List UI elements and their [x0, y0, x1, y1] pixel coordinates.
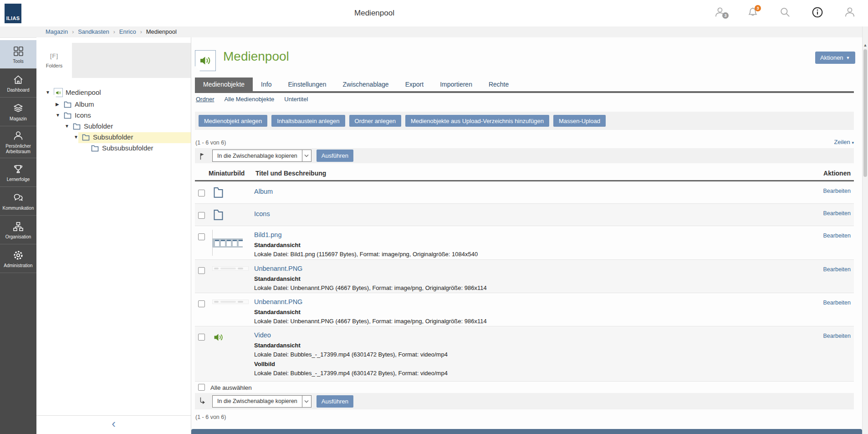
actions-button[interactable]: Aktionen▼ — [815, 52, 855, 64]
clipboard-action-select[interactable]: In die Zwischenablage kopieren — [212, 150, 311, 162]
tree-node-label[interactable]: Subsubsubfolder — [102, 144, 153, 152]
caret-right-icon[interactable]: ▶ — [56, 101, 59, 108]
trophy-icon — [12, 163, 24, 175]
edit-link[interactable]: Bearbeiten — [823, 333, 851, 339]
create-media-object-button[interactable]: Medienobjekt anlegen — [199, 115, 267, 127]
folders-tree-panel: [F] Folders ▼ Medienpool ▶ — [36, 37, 191, 434]
contacts-icon[interactable]: 3 — [714, 6, 727, 19]
subtab-untertitel[interactable]: Untertitel — [284, 96, 308, 103]
view-label: Standardansicht — [254, 309, 487, 315]
sidebar-item-magazin[interactable]: Magazin — [0, 98, 36, 126]
bulk-upload-button[interactable]: Massen-Upload — [553, 115, 606, 127]
rows-dropdown[interactable]: Zeilen ▾ — [834, 139, 854, 145]
tab-medienobjekte[interactable]: Medienobjekte — [195, 78, 253, 91]
select-all-checkbox[interactable] — [198, 384, 205, 391]
create-folder-button[interactable]: Ordner anlegen — [349, 115, 401, 127]
breadcrumb-item[interactable]: Magazin — [46, 28, 68, 35]
row-checkbox[interactable] — [198, 334, 205, 341]
edit-link[interactable]: Bearbeiten — [823, 300, 851, 306]
edit-link[interactable]: Bearbeiten — [823, 266, 851, 273]
table-row: Video Standardansicht Lokale Datei: Bubb… — [195, 326, 854, 382]
row-checkbox[interactable] — [198, 212, 205, 219]
row-title-link[interactable]: Unbenannt.PNG — [254, 265, 302, 272]
mediapool-object-icon — [195, 50, 216, 71]
row-checkbox[interactable] — [198, 233, 205, 240]
clipboard-action-select[interactable]: In die Zwischenablage kopieren — [212, 395, 311, 408]
caret-down-icon: ▾ — [852, 140, 854, 145]
tab-info[interactable]: Info — [253, 78, 280, 91]
tree-tab-bar: [F] Folders — [36, 43, 191, 78]
edit-link[interactable]: Bearbeiten — [823, 210, 851, 217]
edit-link[interactable]: Bearbeiten — [823, 232, 851, 239]
tab-rechte[interactable]: Rechte — [480, 78, 517, 91]
breadcrumb-item[interactable]: Enrico — [119, 28, 136, 35]
row-checkbox[interactable] — [198, 300, 205, 307]
table-header: Miniaturbild Titel und Beschreibung Akti… — [195, 166, 854, 181]
tree-node-label[interactable]: Subfolder — [84, 122, 113, 130]
row-title-link[interactable]: Icons — [254, 210, 270, 217]
sidebar-item-label: Dashboard — [7, 88, 30, 93]
sidebar-item-lernerfolge[interactable]: Lernerfolge — [0, 158, 36, 187]
scroll-up-icon[interactable]: ▲ — [863, 43, 868, 47]
sidebar-item-label: Magazin — [10, 116, 27, 122]
search-icon[interactable] — [779, 6, 791, 19]
apply-to-selection-up-icon — [198, 151, 207, 161]
sidebar-item-organisation[interactable]: Organisation — [0, 216, 36, 244]
execute-button[interactable]: Ausführen — [317, 395, 353, 408]
tree-node-icons: ▼ Icons — [36, 110, 191, 121]
tree-node-label[interactable]: Subsubfolder — [93, 133, 133, 141]
select-caret-icon — [302, 150, 311, 161]
row-title-link[interactable]: Album — [254, 188, 273, 195]
folder-icon — [212, 186, 225, 201]
home-icon — [12, 74, 24, 86]
vertical-scrollbar[interactable]: ▲ — [862, 26, 868, 434]
caret-down-icon[interactable]: ▼ — [46, 89, 50, 96]
subtab-ordner[interactable]: Ordner — [196, 96, 214, 103]
tab-zwischenablage[interactable]: Zwischenablage — [334, 78, 397, 91]
row-checkbox[interactable] — [198, 190, 205, 196]
sidebar-item-kommunikation[interactable]: Kommunikation — [0, 187, 36, 216]
sidebar-item-administration[interactable]: Administration — [0, 244, 36, 273]
top-bar: ILIAS Medienpool 3 3 — [0, 0, 868, 27]
execute-button[interactable]: Ausführen — [317, 150, 353, 162]
tree-node-label[interactable]: Album — [75, 100, 94, 108]
tree-node-subsubfolder: ▼ Subsubfolder — [36, 132, 191, 143]
breadcrumb-item[interactable]: Sandkasten — [78, 28, 109, 35]
notifications-bell-icon[interactable]: 3 — [746, 6, 759, 19]
sidebar-item-label: Organisation — [5, 234, 31, 240]
tree-node-label[interactable]: Medienpool — [66, 88, 101, 96]
tab-einstellungen[interactable]: Einstellungen — [280, 78, 334, 91]
file-details: Lokale Datei: Bild1.png (115697 Bytes), … — [254, 251, 478, 258]
sidebar-item-tools[interactable]: Tools — [0, 40, 36, 69]
tree-node-label[interactable]: Icons — [75, 111, 91, 119]
sidebar-item-personal-workspace[interactable]: Persönlicher Arbeitsraum — [0, 126, 36, 158]
tab-export[interactable]: Export — [397, 78, 432, 91]
user-avatar-icon[interactable] — [843, 6, 856, 19]
tab-importieren[interactable]: Importieren — [432, 78, 480, 91]
edit-link[interactable]: Bearbeiten — [823, 188, 851, 194]
scrollbar-thumb[interactable] — [863, 49, 867, 177]
caret-down-icon[interactable]: ▼ — [65, 123, 69, 129]
tab-folders[interactable]: [F] Folders — [36, 43, 72, 78]
subtab-alle-medienobjekte[interactable]: Alle Medienobjekte — [224, 96, 274, 103]
page-title: Medienpool — [223, 49, 289, 64]
collapse-panel-icon[interactable]: ‹ — [112, 417, 116, 430]
table-row: Album Bearbeiten — [195, 181, 854, 204]
help-info-icon[interactable] — [811, 6, 824, 19]
create-content-snippet-button[interactable]: Inhaltsbaustein anlegen — [271, 115, 345, 127]
row-title-link[interactable]: Video — [254, 331, 271, 339]
caret-down-icon[interactable]: ▼ — [56, 112, 60, 119]
folder-icon — [64, 112, 71, 121]
ilias-logo[interactable]: ILIAS — [5, 4, 21, 23]
layers-icon — [12, 103, 24, 114]
row-checkbox[interactable] — [198, 267, 205, 274]
caret-down-icon[interactable]: ▼ — [74, 134, 78, 140]
table-row: Bild1.png Standardansicht Lokale Datei: … — [195, 226, 854, 260]
breadcrumb-separator-icon: › — [113, 29, 115, 35]
add-from-upload-dir-button[interactable]: Medienobjekte aus Upload-Verzeichnis hin… — [405, 115, 549, 127]
row-title-link[interactable]: Unbenannt.PNG — [254, 298, 302, 305]
sidebar-item-dashboard[interactable]: Dashboard — [0, 69, 36, 98]
row-title-link[interactable]: Bild1.png — [254, 231, 281, 238]
chat-bubbles-icon — [12, 192, 24, 204]
org-chart-icon — [12, 221, 24, 232]
